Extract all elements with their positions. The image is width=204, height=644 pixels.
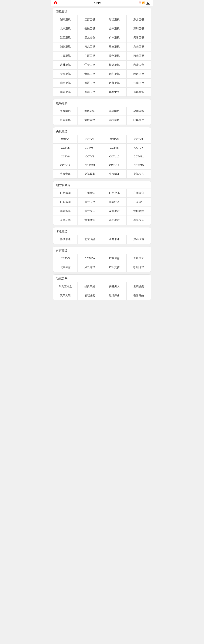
grid-item[interactable]: 江苏卫视 (78, 15, 102, 24)
grid-item[interactable]: 宁夏卫视 (53, 70, 78, 78)
grid-item[interactable]: 温州经济 (78, 216, 102, 225)
grid-item[interactable]: CCTV4 (127, 135, 151, 144)
grid-item[interactable]: 经典串烧 (78, 282, 102, 291)
grid-item[interactable]: 北京体育 (53, 263, 78, 272)
grid-item[interactable]: 西藏卫视 (102, 78, 127, 88)
grid-item[interactable]: 央视少儿 (127, 170, 151, 178)
grid-item[interactable]: 凤凰中文 (102, 88, 127, 97)
grid-item[interactable]: CCTV1 (53, 135, 78, 144)
grid-item[interactable]: 嘉佳卡通 (53, 235, 78, 244)
grid-item[interactable]: 辽宁卫视 (78, 60, 102, 70)
grid-item[interactable]: 酒吧慢摇 (78, 291, 102, 300)
grid-item[interactable]: 经典大片 (127, 116, 151, 125)
grid-item[interactable]: 河北卫视 (78, 42, 102, 51)
grid-item[interactable]: 南方卫视 (78, 198, 102, 207)
grid-item[interactable]: 央视音乐 (53, 170, 78, 178)
grid-item[interactable]: 云南卫视 (127, 78, 151, 88)
grid-item[interactable]: 山东卫视 (102, 24, 127, 33)
grid-item[interactable]: 经典剧场 (53, 116, 78, 125)
grid-item[interactable]: 吉林卫视 (53, 60, 78, 70)
grid-item[interactable]: CCTV5+ (78, 254, 102, 263)
grid-item[interactable]: CCTV10 (102, 152, 127, 161)
grid-item[interactable]: 家庭剧场 (78, 107, 102, 116)
grid-item[interactable]: CCTV5 (53, 254, 78, 263)
grid-item[interactable]: 内蒙古台 (127, 60, 151, 70)
grid-item[interactable]: 广西卫视 (78, 51, 102, 60)
grid-item[interactable]: CCTV3 (102, 135, 127, 144)
grid-item[interactable]: 风云足球 (78, 263, 102, 272)
grid-item[interactable]: 南方综艺 (78, 207, 102, 216)
grid-item[interactable]: CCTV8 (53, 152, 78, 161)
grid-item[interactable]: 发烧慢摇 (127, 282, 151, 291)
grid-item[interactable]: 金华公共 (53, 216, 78, 225)
grid-item[interactable]: CCTV7 (127, 144, 151, 152)
grid-item[interactable]: 旅游卫视 (102, 60, 127, 70)
grid-item[interactable]: 电音舞曲 (127, 291, 151, 300)
grid-item[interactable]: 广州新闻 (53, 188, 78, 198)
grid-item[interactable]: 热播电视 (78, 116, 102, 125)
grid-item[interactable]: 南方影视 (53, 207, 78, 216)
grid-item[interactable]: 广州少儿 (102, 188, 127, 198)
grid-item[interactable]: 安徽卫视 (78, 24, 102, 33)
grid-item[interactable]: 南方经济 (102, 198, 127, 207)
grid-item[interactable]: 天津卫视 (127, 33, 151, 42)
grid-item[interactable]: 广东珠江 (127, 198, 151, 207)
grid-item[interactable]: 央视电影 (53, 107, 78, 116)
grid-item[interactable]: 北京卡酷 (78, 235, 102, 244)
grid-item[interactable]: 广东卫视 (102, 33, 127, 42)
grid-item[interactable]: 深圳都市 (102, 207, 127, 216)
grid-item[interactable]: 陕西卫视 (127, 70, 151, 78)
grid-item[interactable]: 香港卫视 (78, 88, 102, 97)
grid-item[interactable]: CCTV6 (102, 144, 127, 152)
grid-item[interactable]: 温州都市 (102, 216, 127, 225)
grid-item[interactable]: CCTV2 (78, 135, 102, 144)
grid-item[interactable]: 央视军事 (78, 170, 102, 178)
grid-item[interactable]: 深圳公共 (127, 207, 151, 216)
grid-item[interactable]: 凤凰资讯 (127, 88, 151, 97)
grid-item[interactable]: 广州综合 (127, 188, 151, 198)
grid-item[interactable]: 广东新闻 (53, 198, 78, 207)
grid-item[interactable]: 汽车大碟 (53, 291, 78, 300)
grid-item[interactable]: 五星体育 (127, 254, 151, 263)
grid-item[interactable]: 嘉兴综合 (127, 216, 151, 225)
grid-item[interactable]: 黑龙江台 (78, 33, 102, 42)
grid-item[interactable]: 广州经济 (78, 188, 102, 198)
grid-item[interactable]: CCTV5+ (78, 144, 102, 152)
grid-item[interactable]: 炫动卡通 (127, 235, 151, 244)
grid-item[interactable]: CCTV5 (53, 144, 78, 152)
grid-item[interactable]: 湖北卫视 (53, 42, 78, 51)
grid-item[interactable]: 山西卫视 (53, 78, 78, 88)
grid-item[interactable]: CCTV12 (53, 161, 78, 170)
grid-item[interactable]: 东方卫视 (127, 15, 151, 24)
grid-item[interactable]: 北京卫视 (53, 24, 78, 33)
grid-item[interactable]: 喜剧电影 (102, 107, 127, 116)
grid-item[interactable]: 湖南卫视 (53, 15, 78, 24)
grid-item[interactable]: 深圳卫视 (127, 24, 151, 33)
grid-item[interactable]: CCTV11 (127, 152, 151, 161)
grid-item[interactable]: 欧洲足球 (127, 263, 151, 272)
grid-item[interactable]: 贵州卫视 (102, 51, 127, 60)
grid-item[interactable]: 伤感男人 (102, 282, 127, 291)
grid-item[interactable]: CCTV14 (102, 161, 127, 170)
grid-item[interactable]: 金鹰卡通 (102, 235, 127, 244)
grid-item[interactable]: 甘肃卫视 (53, 51, 78, 60)
grid-item[interactable]: 四川卫视 (102, 70, 127, 78)
grid-item[interactable]: 河南卫视 (127, 51, 151, 60)
grid-item[interactable]: 新疆卫视 (78, 78, 102, 88)
grid-item[interactable]: 广州竞赛 (102, 263, 127, 272)
grid-item[interactable]: 激情舞曲 (102, 291, 127, 300)
grid-item[interactable]: CCTV9 (78, 152, 102, 161)
grid-item[interactable]: 动作电影 (127, 107, 151, 116)
grid-item[interactable]: 青海卫视 (78, 70, 102, 78)
grid-item[interactable]: 南方卫视 (53, 88, 78, 97)
grid-item[interactable]: 重庆卫视 (102, 42, 127, 51)
grid-item[interactable]: 浙江卫视 (102, 15, 127, 24)
grid-item[interactable]: 江西卫视 (53, 33, 78, 42)
grid-item[interactable]: 都市剧场 (102, 116, 127, 125)
grid-item[interactable]: CCTV15 (127, 161, 151, 170)
grid-item[interactable]: 广东体育 (102, 254, 127, 263)
grid-item[interactable]: 央视新闻 (102, 170, 127, 178)
grid-item[interactable]: 华龙直播盒 (53, 282, 78, 291)
grid-item[interactable]: 东南卫视 (127, 42, 151, 51)
grid-item[interactable]: CCTV13 (78, 161, 102, 170)
